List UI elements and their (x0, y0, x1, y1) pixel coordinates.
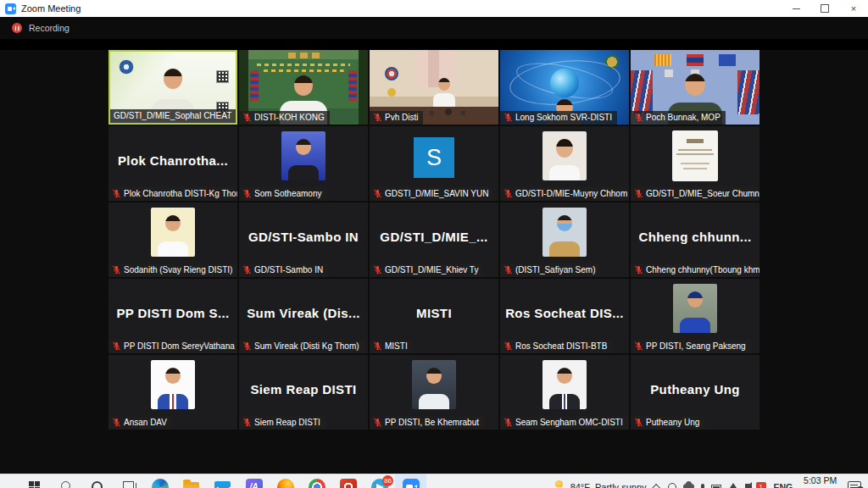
tray-icons: 1 (668, 482, 766, 488)
taskbar-button-start[interactable] (19, 474, 50, 488)
participant-tile[interactable]: (DISTI_Safiyan Sem) (500, 202, 629, 277)
taskbar-button-edge[interactable] (144, 474, 175, 488)
participant-nameplate: Som Sotheamony (239, 187, 327, 201)
minimize-button[interactable] (782, 0, 810, 17)
security-icon[interactable] (668, 483, 676, 488)
clock-time: 5:03 PM (800, 475, 840, 486)
mic-tray-icon[interactable] (701, 484, 704, 488)
participant-nameplate: Seam Sengham OMC-DISTI (500, 416, 628, 430)
participant-tile[interactable]: Putheany UngPutheany Ung (631, 355, 760, 430)
participant-nameplate: DISTI-KOH KONG (239, 111, 330, 125)
mic-muted-icon (504, 113, 513, 122)
participant-nameplate: Ros Socheat DISTI-BTB (500, 340, 612, 353)
participant-nameplate: GD/STI-Sambo IN (239, 263, 328, 277)
weather-condition: Partly sunny (595, 482, 647, 488)
weather-widget[interactable]: 84°F Partly sunny (551, 480, 647, 488)
window-title: Zoom Meeting (21, 3, 81, 14)
participant-tile[interactable]: PP DISTI Dom S...PP DISTI Dom SereyVatha… (108, 279, 237, 353)
participant-tile[interactable]: Ros Socheat DIS...Ros Socheat DISTI-BTB (500, 279, 629, 353)
taskbar-button-file-explorer[interactable] (175, 474, 207, 488)
participant-tile[interactable]: Sum Vireak (Dis...Sum Vireak (Disti Kg T… (239, 279, 368, 353)
taskbar-button-design-app[interactable]: /A (238, 474, 270, 488)
taskbar-button-mail[interactable] (207, 474, 238, 488)
participant-name: GD/STI-Sambo IN (254, 264, 323, 275)
participant-tile[interactable]: DISTI-KOH KONG (239, 50, 368, 125)
taskbar-button-zoom[interactable] (395, 474, 426, 488)
participant-name: Plok Chanrotha DISTI-Kg Thom (124, 188, 237, 199)
participant-tile[interactable]: Ansan DAV (108, 355, 237, 430)
profile-photo (151, 208, 195, 257)
action-center-icon[interactable]: 4 (848, 481, 861, 488)
participant-tile[interactable]: Som Sotheamony (239, 126, 368, 201)
participant-tile[interactable]: Siem Reap DISTISiem Reap DISTI (239, 355, 368, 430)
participant-tile[interactable]: GD/STI_D/MIE_...GD/STI_D/MIE_Khiev Ty (370, 202, 498, 277)
participant-tile[interactable]: Poch Bunnak, MOP (631, 50, 760, 125)
participant-name: (DISTI_Safiyan Sem) (515, 264, 595, 275)
recording-bar: Recording (0, 17, 868, 39)
participant-name: Sum Vireak (Disti Kg Thom) (254, 341, 359, 352)
mic-muted-icon (373, 418, 382, 427)
onedrive-icon[interactable] (683, 484, 694, 488)
maximize-button[interactable] (810, 0, 839, 17)
profile-photo (673, 284, 717, 333)
participant-tile[interactable]: GD/STI_D/MIE_Soeur Chumnith (631, 126, 760, 201)
participant-name: Pvh Disti (385, 112, 418, 123)
mic-muted-icon (112, 341, 121, 351)
participant-name: Putheany Ung (646, 417, 699, 428)
participant-name: PP DISTI, Seang Pakseng (646, 341, 746, 352)
mic-muted-icon (242, 265, 252, 274)
participant-tile[interactable]: PP DISTI, Be Khemrabut (370, 355, 498, 430)
recording-indicator-icon (12, 23, 22, 33)
battery-icon[interactable] (711, 485, 721, 488)
participant-nameplate: Siem Reap DISTI (239, 416, 326, 430)
weather-icon (551, 480, 565, 488)
mic-muted-icon (504, 189, 513, 198)
participant-tile[interactable]: GD/STI_D/MIE_Sophal CHEAT (108, 50, 237, 125)
participant-name: DISTI-KOH KONG (254, 112, 325, 123)
file-explorer-icon (183, 482, 199, 488)
mic-muted-icon (242, 113, 252, 122)
taskbar-button-telegram[interactable]: 86 (364, 474, 395, 488)
participant-tile[interactable]: Pvh Disti (370, 50, 498, 125)
volume-icon[interactable] (745, 484, 749, 488)
participant-tile[interactable]: MISTIMISTI (370, 279, 498, 353)
participant-tile[interactable]: GD/STI-D/MIE-Muyny Chhom (500, 126, 629, 201)
chrome-icon (309, 479, 326, 488)
taskbar-button-chrome[interactable] (301, 474, 332, 488)
participant-tile[interactable]: GD/STI-Sambo INGD/STI-Sambo IN (239, 202, 368, 277)
taskbar-button-firefox[interactable] (270, 474, 301, 488)
participant-tile[interactable]: Plok Chanrotha...Plok Chanrotha DISTI-Kg… (108, 126, 237, 201)
network-icon[interactable] (728, 483, 738, 488)
taskbar-button-office[interactable] (332, 474, 364, 488)
participant-tile[interactable]: Chheng chhunn...Chheng chhunny(Tboung kh… (631, 202, 760, 277)
participant-tile[interactable]: Long Sokhom SVR-DISTI (500, 50, 629, 125)
participant-nameplate: Sum Vireak (Disti Kg Thom) (239, 340, 364, 353)
participant-tile[interactable]: SGDSTI_D/MIE_SAVIN YUN (370, 126, 498, 201)
taskbar-button-task-view[interactable] (113, 474, 144, 488)
app-badge-icon[interactable]: 1 (756, 482, 766, 488)
hidden-icons-chevron[interactable] (652, 484, 660, 488)
participant-tile[interactable]: Sodanith (Svay Rieng DISTI) (108, 202, 237, 277)
participant-name: Ansan DAV (124, 417, 167, 428)
office-icon (340, 479, 357, 488)
participant-tile[interactable]: Seam Sengham OMC-DISTI (500, 355, 629, 430)
profile-photo (542, 208, 587, 257)
participant-nameplate: Plok Chanrotha DISTI-Kg Thom (108, 187, 237, 201)
clock[interactable]: 5:03 PM 12/9/2021 (800, 475, 840, 488)
zoom-taskbar-icon (403, 479, 420, 488)
mic-muted-icon (504, 265, 513, 274)
close-button[interactable]: × (839, 0, 868, 17)
participant-nameplate: PP DISTI, Seang Pakseng (631, 340, 751, 353)
participant-tile[interactable]: PP DISTI, Seang Pakseng (631, 279, 760, 353)
language-indicator[interactable]: ENG (774, 482, 793, 488)
mic-muted-icon (373, 341, 382, 351)
participant-name: Seam Sengham OMC-DISTI (515, 417, 623, 428)
task-view-icon (123, 481, 134, 488)
taskbar-button-cortana[interactable] (81, 474, 113, 488)
participant-name: Long Sokhom SVR-DISTI (515, 112, 612, 123)
participant-name: Ros Socheat DISTI-BTB (515, 341, 607, 352)
profile-photo (412, 360, 456, 409)
taskbar-button-search[interactable] (50, 474, 81, 488)
window-titlebar: Zoom Meeting × (0, 0, 868, 17)
mic-muted-icon (373, 189, 382, 198)
